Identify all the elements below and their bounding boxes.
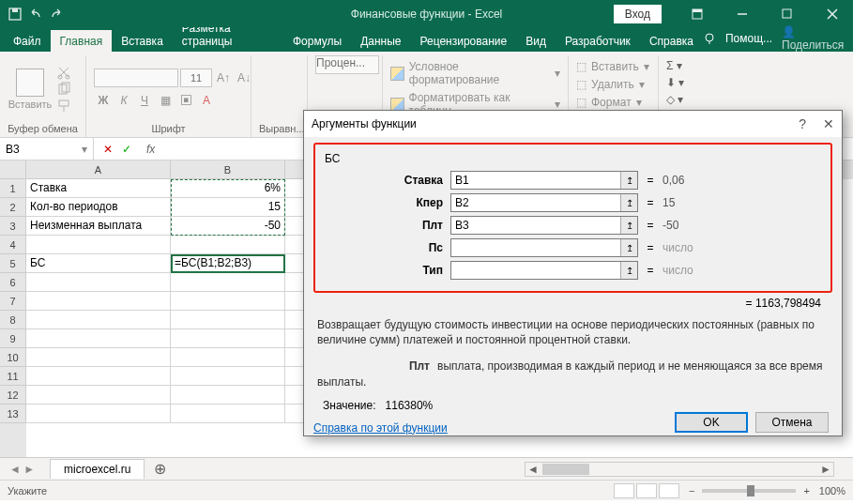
zoom-out-icon[interactable]: − [689,485,694,496]
add-sheet-icon[interactable]: ⊕ [145,460,175,478]
fx-icon[interactable]: fx [141,143,160,156]
close-icon[interactable] [812,0,853,27]
row-header[interactable]: 9 [0,329,26,348]
cell[interactable] [171,367,285,386]
share-button[interactable]: 👤 Поделиться [782,25,845,52]
cell[interactable] [26,386,171,405]
collapse-ref-icon[interactable]: ↥ [620,194,637,211]
cell[interactable]: Неизменная выплата [26,217,171,236]
cell[interactable] [171,405,285,423]
paste-button[interactable]: Вставить [8,55,53,123]
chevron-down-icon[interactable]: ▾ [82,143,87,156]
cancel-button[interactable]: Отмена [755,412,829,433]
undo-icon[interactable] [28,7,43,22]
shrink-font-icon[interactable]: A↓ [235,69,253,87]
tab-review[interactable]: Рецензирование [411,30,517,52]
cell[interactable] [171,273,285,292]
row-header[interactable]: 5 [0,254,26,273]
name-box[interactable]: B3▾ [0,138,94,160]
tab-file[interactable]: Файл [4,30,51,52]
cancel-formula-icon[interactable]: ✕ [103,143,113,156]
autosum-icon[interactable]: Σ ▾ [666,59,708,72]
cell[interactable] [26,273,171,292]
enter-formula-icon[interactable]: ✓ [122,143,131,156]
font-name-box[interactable] [94,69,178,87]
row-header[interactable]: 1 [0,179,26,198]
normal-view-icon[interactable] [614,483,634,498]
dialog-titlebar[interactable]: Аргументы функции ?✕ [304,111,842,137]
function-help-link[interactable]: Справка по этой функции [313,421,448,435]
copy-icon[interactable] [56,82,71,97]
clear-icon[interactable]: ◇ ▾ [666,93,708,106]
border-icon[interactable]: ▦ [156,91,175,110]
cut-icon[interactable] [56,65,71,80]
format-cells-button[interactable]: ⬚ Формат ▾ [576,95,650,110]
row-header[interactable]: 10 [0,348,26,367]
row-header[interactable]: 8 [0,311,26,329]
cell[interactable] [171,329,285,348]
cell[interactable] [26,329,171,348]
help-icon[interactable]: ? [799,116,806,131]
collapse-ref-icon[interactable]: ↥ [620,239,637,256]
insert-cells-button[interactable]: ⬚ Вставить ▾ [576,59,650,74]
signin-button[interactable]: Вход [614,5,662,23]
row-header[interactable]: 11 [0,367,26,386]
cell[interactable]: Ставка [26,179,171,198]
cell[interactable] [171,236,285,254]
underline-button[interactable]: Ч [135,91,154,110]
col-header[interactable]: B [171,160,285,179]
cell[interactable]: Кол-во периодов [26,198,171,217]
cell[interactable] [26,367,171,386]
format-painter-icon[interactable] [56,99,71,114]
bold-button[interactable]: Ж [94,91,113,110]
page-layout-icon[interactable] [636,483,657,498]
save-icon[interactable] [8,7,23,22]
cell[interactable] [26,311,171,329]
cell[interactable] [26,292,171,311]
zoom-slider[interactable] [702,489,796,493]
row-header[interactable]: 2 [0,198,26,217]
delete-cells-button[interactable]: ⬚ Удалить ▾ [576,77,650,92]
collapse-ref-icon[interactable]: ↥ [620,217,637,234]
ok-button[interactable]: OK [675,412,748,433]
minimize-icon[interactable] [722,0,763,27]
cell[interactable]: БС [26,254,171,273]
ribbon-options-icon[interactable] [677,0,718,27]
arg-input-type[interactable] [450,261,638,280]
dialog-close-icon[interactable]: ✕ [823,116,834,131]
col-header[interactable]: A [26,160,171,179]
tab-developer[interactable]: Разработчик [556,30,640,52]
row-header[interactable]: 3 [0,217,26,236]
row-header[interactable]: 12 [0,386,26,405]
tab-formulas[interactable]: Формулы [283,30,351,52]
horizontal-scrollbar[interactable]: ◄► [525,462,834,477]
tab-data[interactable]: Данные [351,30,410,52]
arg-input-nper[interactable] [450,193,638,212]
cell[interactable] [171,386,285,405]
row-header[interactable]: 13 [0,405,26,423]
font-color-icon[interactable]: A [197,91,216,110]
collapse-ref-icon[interactable]: ↥ [620,172,637,189]
maximize-icon[interactable] [767,0,808,27]
cell[interactable]: 6% [171,179,285,198]
tab-home[interactable]: Главная [51,30,113,52]
tab-help[interactable]: Справка [640,30,703,52]
zoom-level[interactable]: 100% [819,485,845,496]
row-header[interactable]: 7 [0,292,26,311]
cell[interactable] [26,348,171,367]
conditional-formatting-button[interactable]: Условное форматирование ▾ [390,59,560,87]
collapse-ref-icon[interactable]: ↥ [620,262,637,279]
cell[interactable] [26,405,171,423]
row-header[interactable]: 4 [0,236,26,254]
redo-icon[interactable] [49,7,64,22]
row-header[interactable]: 6 [0,273,26,292]
cell[interactable] [171,348,285,367]
cell[interactable] [171,311,285,329]
page-break-icon[interactable] [659,483,679,498]
arg-input-pv[interactable] [450,238,638,257]
font-size-box[interactable]: 11 [180,69,212,87]
zoom-in-icon[interactable]: + [803,485,809,496]
cell[interactable]: 15 [171,198,285,217]
cell[interactable] [171,292,285,311]
sheet-nav[interactable]: ◄ ► [0,463,44,476]
